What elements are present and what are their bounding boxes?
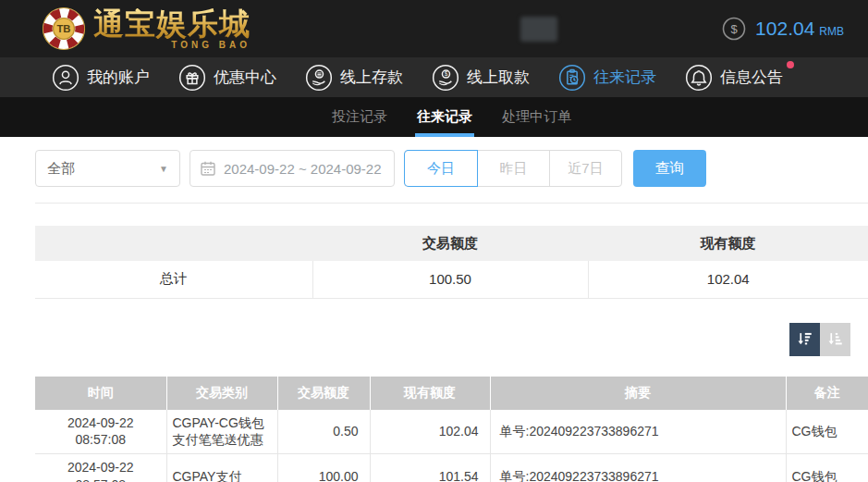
summary-table: 交易额度 现有额度 总计 100.50 102.04 <box>35 226 868 299</box>
brand-title: 通宝娱乐城 <box>93 8 251 39</box>
tab-betting-records[interactable]: 投注记录 <box>330 97 389 137</box>
brand-subtitle: TONG BAO <box>93 41 251 50</box>
balance-amount: 102.04 <box>755 18 814 40</box>
col-transaction-type: 交易类别 <box>166 377 277 410</box>
summary-col-current-balance: 现有额度 <box>588 226 868 261</box>
main-nav: 我的账户 优惠中心 线上存款 $ 线上取款 <box>0 57 868 97</box>
cell-balance: 101.54 <box>370 454 490 482</box>
summary-total-label: 总计 <box>35 261 312 298</box>
nav-label: 我的账户 <box>87 67 150 88</box>
header-right: $ 102.04 RMB <box>520 17 844 42</box>
cell-balance: 102.04 <box>370 410 490 454</box>
gift-icon <box>178 64 206 92</box>
col-remark: 备注 <box>786 377 868 410</box>
sort-ascending-button[interactable] <box>820 323 850 356</box>
cell-summary: 单号:202409223733896271 <box>490 410 786 454</box>
deposit-icon <box>305 64 333 92</box>
quick-range-today[interactable]: 今日 <box>405 151 477 186</box>
summary-total-current-balance: 102.04 <box>588 261 868 298</box>
tab-transaction-records[interactable]: 往来记录 <box>415 97 474 137</box>
cell-amount: 0.50 <box>277 410 370 454</box>
records-table: 时间 交易类别 交易额度 现有额度 摘要 备注 2024-09-22 08:57… <box>35 377 868 482</box>
sort-descending-button[interactable] <box>789 323 820 356</box>
cell-summary: 单号:202409223733896271 <box>490 454 786 482</box>
nav-label: 线上取款 <box>467 67 530 88</box>
svg-text:$: $ <box>445 70 448 77</box>
withdraw-icon: $ <box>432 64 459 92</box>
col-time: 时间 <box>35 377 166 410</box>
nav-item-my-account[interactable]: 我的账户 <box>52 64 150 92</box>
sort-descending-icon <box>797 331 813 347</box>
date-range-input[interactable]: 2024-09-22 ~ 2024-09-22 <box>189 150 395 187</box>
cell-time: 2024-09-22 08:57:08 <box>35 410 166 454</box>
table-row: 2024-09-22 08:57:08 CGPAY支付 100.00 101.5… <box>35 454 868 482</box>
search-button[interactable]: 查询 <box>633 150 706 187</box>
calendar-icon <box>200 160 216 177</box>
summary-header-row: 交易额度 现有额度 <box>35 226 868 261</box>
summary-total-row: 总计 100.50 102.04 <box>35 261 868 298</box>
col-current-balance: 现有额度 <box>370 377 490 410</box>
col-transaction-amount: 交易额度 <box>277 377 370 410</box>
quick-range-group: 今日 昨日 近7日 <box>404 150 622 187</box>
chevron-down-icon: ▼ <box>159 164 168 174</box>
tab-processing-orders[interactable]: 处理中订单 <box>500 97 573 137</box>
nav-item-deposit[interactable]: 线上存款 <box>305 64 403 92</box>
bell-icon <box>685 64 713 92</box>
cell-remark: CG钱包 <box>786 410 868 454</box>
user-icon <box>52 64 79 92</box>
cell-type: CGPAY-CG钱包支付笔笔送优惠 <box>166 410 277 454</box>
type-select-value: 全部 <box>47 160 75 178</box>
summary-col-transaction-amount: 交易额度 <box>312 226 588 261</box>
nav-label: 信息公告 <box>720 67 783 88</box>
nav-item-announcements[interactable]: 信息公告 <box>685 64 783 92</box>
cell-type: CGPAY支付 <box>166 454 277 482</box>
nav-item-records[interactable]: 往来记录 <box>558 64 656 92</box>
cell-time: 2024-09-22 08:57:08 <box>35 454 166 482</box>
quick-range-yesterday[interactable]: 昨日 <box>477 151 549 186</box>
tab-strip: 投注记录 往来记录 处理中订单 <box>0 97 868 137</box>
dollar-circle-icon: $ <box>722 17 746 41</box>
summary-col-empty <box>35 226 312 261</box>
balance-currency: RMB <box>819 19 844 38</box>
nav-item-withdraw[interactable]: $ 线上取款 <box>432 64 530 92</box>
redacted-username <box>567 17 666 42</box>
balance-display[interactable]: $ 102.04 RMB <box>722 17 844 41</box>
nav-label: 优惠中心 <box>214 67 276 88</box>
quick-range-last7days[interactable]: 近7日 <box>549 151 621 186</box>
notification-badge-dot <box>787 61 794 68</box>
brand-text: 通宝娱乐城 TONG BAO <box>93 8 251 50</box>
summary-total-transaction-amount: 100.50 <box>312 261 588 298</box>
nav-label: 往来记录 <box>593 67 656 88</box>
sort-ascending-icon <box>827 331 843 347</box>
records-icon <box>558 64 586 92</box>
date-range-value: 2024-09-22 ~ 2024-09-22 <box>224 161 382 177</box>
svg-text:$: $ <box>730 22 738 36</box>
redacted-avatar <box>520 17 557 42</box>
col-summary: 摘要 <box>490 377 786 410</box>
transaction-type-select[interactable]: 全部 ▼ <box>35 150 180 187</box>
section-divider <box>35 203 868 204</box>
nav-item-promotions[interactable]: 优惠中心 <box>178 64 276 92</box>
nav-label: 线上存款 <box>340 67 403 88</box>
content-area: 全部 ▼ 2024-09-22 ~ 2024-09-22 今日 昨日 近7日 查… <box>0 137 868 482</box>
records-header-row: 时间 交易类别 交易额度 现有额度 摘要 备注 <box>35 377 868 410</box>
top-header: TB 通宝娱乐城 TONG BAO $ 102.04 RMB <box>0 0 868 57</box>
cell-amount: 100.00 <box>277 454 370 482</box>
svg-text:TB: TB <box>57 23 71 34</box>
cell-remark: CG钱包 <box>786 454 868 482</box>
table-row: 2024-09-22 08:57:08 CGPAY-CG钱包支付笔笔送优惠 0.… <box>35 410 868 454</box>
brand-logo[interactable]: TB 通宝娱乐城 TONG BAO <box>42 6 251 51</box>
poker-chip-icon: TB <box>42 6 86 51</box>
filter-row: 全部 ▼ 2024-09-22 ~ 2024-09-22 今日 昨日 近7日 查… <box>35 150 868 187</box>
sort-controls <box>35 323 850 356</box>
